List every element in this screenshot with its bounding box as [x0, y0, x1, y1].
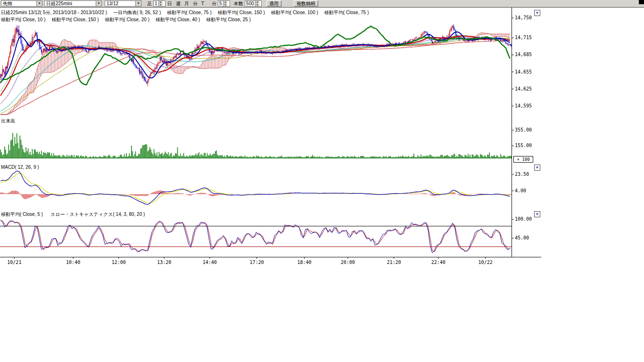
stoch-k-line — [0, 220, 510, 253]
up-candle-bodies — [0, 26, 509, 83]
volume-pane-label: 出来高 — [1, 118, 15, 124]
x-axis-label: 10:40 — [63, 260, 83, 265]
period-month-button[interactable]: 月 — [184, 0, 189, 7]
bars-label: 本数 — [234, 0, 243, 7]
legend-row-1: 日経225mini 13/12( 5分, 2013/10/18 - 2013/1… — [1, 9, 375, 16]
legend-item: 移動平均( Close, 20 ) — [105, 17, 149, 22]
x-axis-label: 10/22 — [475, 260, 496, 265]
x-axis-label: 18:40 — [294, 260, 315, 265]
bar-type-label: 足 — [147, 0, 152, 7]
chevron-down-icon[interactable]: ▼ — [96, 1, 101, 6]
legend-item: 移動平均( Close, 75 ) — [167, 10, 211, 15]
category-select-value: 先物 — [1, 0, 36, 7]
x-axis-label: 10/21 — [4, 260, 25, 265]
legend-item: 一目均衡表( 9, 26, 52 ) — [113, 10, 161, 15]
legend-item: 移動平均( Close, 150 ) — [51, 17, 99, 22]
legend-item: 移動平均( Close, 25 ) — [206, 17, 250, 22]
macd-signal-line — [0, 173, 510, 203]
toolbar: 先物 ▼ 日経225mini ▼ 13/12 ▼ 足 1 ▲▼ 日 週 月 分 … — [0, 0, 644, 8]
legend-item: 移動平均( Close, 75 ) — [324, 10, 369, 15]
y-axis-label: 4.00 — [515, 188, 526, 193]
stoch-ma-label: 移動平均( Close, 5 ) — [1, 212, 43, 217]
symbol-select-value: 日経225mini — [45, 0, 96, 7]
y-axis-label: 23.50 — [515, 172, 529, 177]
y-axis-label: 45.00 — [515, 235, 529, 240]
period-week-button[interactable]: 週 — [176, 0, 181, 7]
spinner-arrows-icon[interactable]: ▲▼ — [255, 1, 259, 6]
y-axis-label: 100.00 — [515, 216, 532, 222]
volume-multiplier-box: × 100 — [513, 156, 533, 163]
x-axis-label: 12:00 — [108, 260, 129, 265]
minute-label: 分 — [212, 0, 216, 7]
macd-pane-label: MACD( 12, 26, 9 ) — [1, 165, 39, 170]
period-day-button[interactable]: 日 — [167, 0, 172, 7]
stoch-pane-label: 移動平均( Close, 5 )スロー・ストキャスティクス( 14, 3, 80… — [1, 211, 152, 218]
contract-select[interactable]: 13/12 ▼ — [105, 0, 141, 7]
y-axis-label: 14,655 — [515, 69, 532, 74]
bar-count-value: 1 — [154, 1, 158, 6]
bars-value: 500 — [245, 1, 255, 6]
stoch-d-line — [0, 220, 510, 252]
spinner-arrows-icon[interactable]: ▲▼ — [158, 1, 163, 6]
macd-line — [0, 171, 510, 205]
y-axis-label: 14,595 — [515, 103, 532, 108]
bar-count-input[interactable]: 1 ▲▼ — [153, 0, 165, 7]
apply-button[interactable]: 適用 — [266, 0, 281, 7]
category-select[interactable]: 先物 ▼ — [1, 0, 42, 7]
chart-application: 先物 ▼ 日経225mini ▼ 13/12 ▼ 足 1 ▲▼ 日 週 月 分 … — [0, 0, 644, 362]
price-chart-svg — [0, 8, 644, 362]
legend-item: 移動平均( Close, 10 ) — [1, 17, 45, 22]
stoch-pane-dropdown-arrow[interactable]: ▼ — [534, 211, 540, 217]
legend-item: 移動平均( Close, 40 ) — [156, 17, 200, 22]
legend-item: 移動平均( Close, 100 ) — [271, 10, 318, 15]
period-minute-button[interactable]: 分 — [193, 0, 198, 7]
volume-bars — [0, 133, 511, 158]
minute-input[interactable]: 5 ▲▼ — [218, 0, 230, 7]
spinner-arrows-icon[interactable]: ▲▼ — [223, 1, 227, 6]
stoch-label: スロー・ストキャスティクス( 14, 3, 80, 20 ) — [50, 212, 145, 217]
y-axis-label: 355.00 — [515, 127, 532, 132]
bars-input[interactable]: 500 ▲▼ — [245, 0, 262, 7]
x-axis-label: 22:40 — [428, 260, 449, 265]
macd-pane-dropdown-arrow[interactable]: ▼ — [534, 165, 540, 171]
legend-item: 日経225mini 13/12( 5分, 2013/10/18 - 2013/1… — [1, 10, 107, 15]
chevron-down-icon[interactable]: ▼ — [135, 1, 141, 6]
price-pane-dropdown-arrow[interactable]: ▼ — [534, 10, 540, 16]
legend-item: 移動平均( Close, 150 ) — [218, 10, 265, 15]
y-axis-label: 14,625 — [515, 86, 532, 91]
y-axis-label: 14,685 — [515, 52, 532, 57]
up-candle-wicks — [0, 25, 509, 86]
x-axis-label: 20:00 — [338, 260, 358, 265]
legend-row-2: 移動平均( Close, 10 )移動平均( Close, 150 )移動平均(… — [1, 16, 257, 23]
green-ma-line — [0, 26, 510, 85]
x-axis-label: 17:20 — [247, 260, 267, 265]
period-tick-button[interactable]: T — [201, 1, 204, 6]
y-axis-label: 14,750 — [515, 15, 532, 20]
y-axis-label: 155.00 — [515, 143, 532, 148]
y-axis-label: 14,715 — [515, 35, 532, 40]
x-axis-label: 21:20 — [383, 260, 404, 265]
multi-symbol-button[interactable]: 複数銘柄 — [294, 0, 318, 7]
window-corner-mark — [639, 0, 644, 4]
chart-area: 日経225mini 13/12( 5分, 2013/10/18 - 2013/1… — [0, 8, 644, 362]
chevron-down-icon[interactable]: ▼ — [36, 1, 42, 6]
x-axis-label: 13:20 — [154, 260, 174, 265]
symbol-select[interactable]: 日経225mini ▼ — [44, 0, 102, 7]
minute-value: 5 — [218, 1, 223, 6]
contract-select-value: 13/12 — [105, 1, 135, 6]
x-axis-label: 14:40 — [199, 260, 220, 265]
